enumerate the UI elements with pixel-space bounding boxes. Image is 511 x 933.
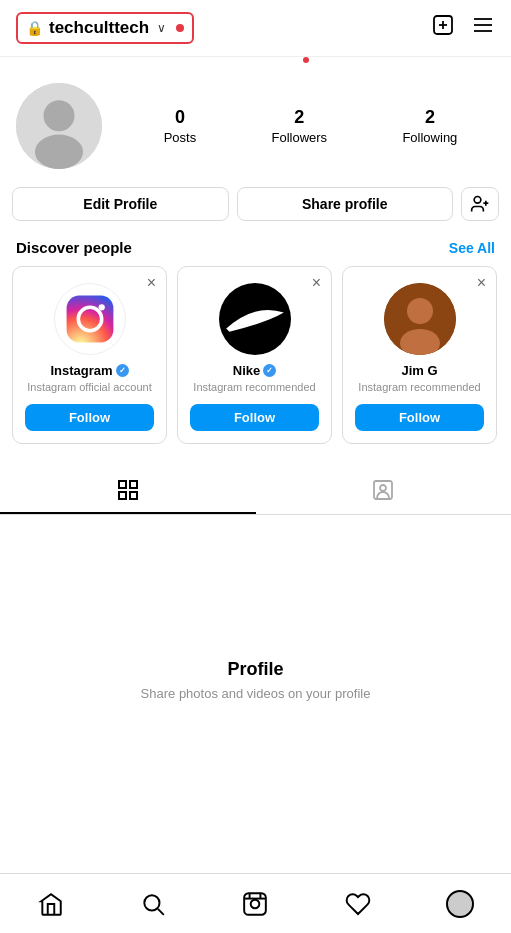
close-jim-button[interactable]: × xyxy=(477,275,486,291)
tab-grid[interactable] xyxy=(0,466,256,514)
add-person-button[interactable] xyxy=(461,187,499,221)
followers-count: 2 xyxy=(294,107,304,128)
posts-label: Posts xyxy=(164,130,197,145)
follow-nike-button[interactable]: Follow xyxy=(190,404,319,431)
person-tag-icon xyxy=(371,478,395,502)
bottom-navigation xyxy=(0,873,511,933)
svg-point-27 xyxy=(251,899,260,908)
avatar[interactable] xyxy=(16,83,102,169)
svg-line-25 xyxy=(158,908,164,914)
followers-label: Followers xyxy=(271,130,327,145)
search-icon xyxy=(140,891,166,917)
following-count: 2 xyxy=(425,107,435,128)
nav-home[interactable] xyxy=(27,880,75,928)
posts-count: 0 xyxy=(175,107,185,128)
nike-subtitle: Instagram recommended xyxy=(193,380,315,394)
nav-search[interactable] xyxy=(129,880,177,928)
home-icon xyxy=(38,891,64,917)
notification-dot xyxy=(176,24,184,32)
hamburger-icon[interactable] xyxy=(471,13,495,43)
profile-stats-row: 0 Posts 2 Followers 2 Following xyxy=(0,67,511,177)
nike-verified-badge xyxy=(263,364,276,377)
tab-tagged[interactable] xyxy=(256,466,512,514)
svg-rect-21 xyxy=(130,492,137,499)
svg-point-9 xyxy=(474,197,481,204)
lock-icon: 🔒 xyxy=(26,20,43,36)
nav-profile-avatar xyxy=(446,890,474,918)
profile-empty-section: Profile Share photos and videos on your … xyxy=(0,635,511,717)
svg-point-7 xyxy=(44,100,75,131)
svg-point-24 xyxy=(145,895,160,910)
svg-rect-18 xyxy=(119,481,126,488)
grid-empty-area xyxy=(0,515,511,635)
content-tabs xyxy=(0,466,511,515)
following-label: Following xyxy=(402,130,457,145)
username-label: techculttech xyxy=(49,18,149,38)
follow-jim-button[interactable]: Follow xyxy=(355,404,484,431)
svg-point-23 xyxy=(380,485,386,491)
header-actions xyxy=(431,13,495,43)
app-header: 🔒 techculttech ∨ xyxy=(0,0,511,57)
stats-group: 0 Posts 2 Followers 2 Following xyxy=(126,107,495,145)
nav-profile[interactable] xyxy=(436,880,484,928)
suggestion-cards-scroll: × Instagram xyxy=(0,266,511,456)
instagram-verified-badge xyxy=(116,364,129,377)
close-nike-button[interactable]: × xyxy=(312,275,321,291)
svg-rect-19 xyxy=(130,481,137,488)
suggestion-card-jim: × Jim G Instagram recommended Follow xyxy=(342,266,497,444)
chevron-down-icon: ∨ xyxy=(157,21,166,35)
nike-avatar xyxy=(219,283,291,355)
see-all-link[interactable]: See All xyxy=(449,240,495,256)
jim-avatar xyxy=(384,283,456,355)
svg-rect-20 xyxy=(119,492,126,499)
edit-profile-button[interactable]: Edit Profile xyxy=(12,187,229,221)
notification-row xyxy=(0,57,511,67)
reels-icon xyxy=(242,891,268,917)
suggestion-card-nike: × Nike Instagram recommended Follow xyxy=(177,266,332,444)
svg-rect-12 xyxy=(66,296,113,343)
username-selector[interactable]: 🔒 techculttech ∨ xyxy=(16,12,194,44)
follow-instagram-button[interactable]: Follow xyxy=(25,404,154,431)
profile-section-title: Profile xyxy=(16,659,495,680)
jim-subtitle: Instagram recommended xyxy=(358,380,480,394)
instagram-subtitle: Instagram official account xyxy=(27,380,152,394)
small-notification-dot xyxy=(303,57,309,63)
close-instagram-button[interactable]: × xyxy=(147,275,156,291)
nav-activity[interactable] xyxy=(334,880,382,928)
nike-name: Nike xyxy=(233,363,276,378)
followers-stat[interactable]: 2 Followers xyxy=(271,107,327,145)
svg-rect-26 xyxy=(245,893,267,915)
discover-people-header: Discover people See All xyxy=(0,231,511,266)
add-post-icon[interactable] xyxy=(431,13,455,43)
share-profile-button[interactable]: Share profile xyxy=(237,187,454,221)
instagram-avatar xyxy=(54,283,126,355)
svg-point-14 xyxy=(98,304,104,310)
action-buttons-row: Edit Profile Share profile xyxy=(0,177,511,231)
jim-name: Jim G xyxy=(401,363,437,378)
posts-stat[interactable]: 0 Posts xyxy=(164,107,197,145)
svg-point-8 xyxy=(35,135,83,169)
discover-title: Discover people xyxy=(16,239,132,256)
heart-icon xyxy=(345,891,371,917)
following-stat[interactable]: 2 Following xyxy=(402,107,457,145)
profile-section-subtitle: Share photos and videos on your profile xyxy=(16,686,495,701)
grid-icon xyxy=(116,478,140,502)
nav-reels[interactable] xyxy=(231,880,279,928)
svg-point-16 xyxy=(407,298,433,324)
suggestion-card-instagram: × Instagram xyxy=(12,266,167,444)
instagram-name: Instagram xyxy=(50,363,128,378)
